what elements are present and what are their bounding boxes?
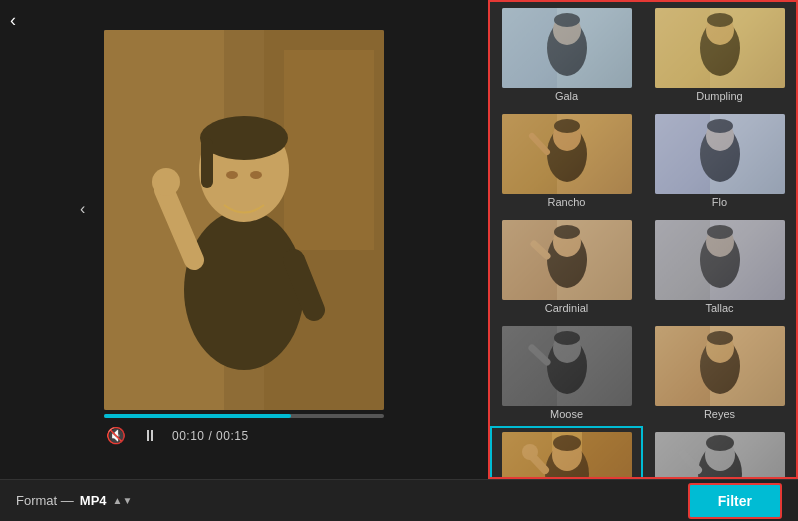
filter-thumb-tallac [655,220,785,300]
format-arrow[interactable]: ▲▼ [113,495,133,506]
filter-thumb-grayscale-svg [655,432,785,479]
pause-icon: ⏸ [142,427,158,444]
svg-rect-20 [502,8,632,88]
filter-thumb-reyes [655,326,785,406]
svg-rect-52 [655,220,785,300]
filter-thumb-sepia-svg [502,432,632,479]
filter-label-cardinal: Cardinial [545,302,588,314]
filter-item-grayscale[interactable]: Grayscale [643,426,796,479]
filter-label-tallac: Tallac [705,302,733,314]
svg-rect-74 [502,432,632,479]
controls-row: 🔇 ⏸ 00:10 / 00:15 [104,424,384,447]
svg-rect-46 [502,220,632,300]
filter-thumb-flo-svg [655,114,785,194]
filter-item-tallac[interactable]: Tallac [643,214,796,320]
time-separator: / [208,429,212,443]
time-display: 00:10 / 00:15 [172,429,249,443]
progress-bar-fill [104,414,291,418]
video-frame-svg [104,30,384,410]
filter-label-flo: Flo [712,196,727,208]
filter-thumb-cardinal-svg [502,220,632,300]
filter-thumb-grayscale [655,432,785,479]
filter-thumb-sepia [502,432,632,479]
filter-label-reyes: Reyes [704,408,735,420]
filter-label-dumpling: Dumpling [696,90,742,102]
filter-label-rancho: Rancho [548,196,586,208]
filter-item-moose[interactable]: Moose [490,320,643,426]
filter-thumb-rancho-svg [502,114,632,194]
filter-label-moose: Moose [550,408,583,420]
total-time: 00:15 [216,429,249,443]
bottom-bar: Format — MP4 ▲▼ Filter [0,479,798,521]
filter-label-gala: Gala [555,90,578,102]
filter-thumb-dumpling-svg [655,8,785,88]
mute-button[interactable]: 🔇 [104,424,128,447]
filter-thumb-rancho [502,114,632,194]
progress-bar[interactable] [104,414,384,418]
cursor-indicator: ‹ [80,200,85,218]
pause-button[interactable]: ⏸ [140,425,160,447]
filter-item-dumpling[interactable]: Dumpling [643,2,796,108]
format-value: MP4 [80,493,107,508]
current-time: 00:10 [172,429,205,443]
video-content [104,30,384,410]
filter-thumb-dumpling [655,8,785,88]
filter-thumb-reyes-svg [655,326,785,406]
svg-rect-33 [502,114,632,194]
svg-rect-59 [502,326,632,406]
filter-item-sepia[interactable]: Sepia [490,426,643,479]
filter-panel: Gala Dumpling [488,0,798,479]
svg-rect-14 [104,30,384,410]
video-player [104,30,384,410]
filter-item-gala[interactable]: Gala [490,2,643,108]
filter-thumb-gala-svg [502,8,632,88]
filter-thumb-moose-svg [502,326,632,406]
svg-rect-81 [655,432,785,479]
format-selector: Format — MP4 ▲▼ [16,493,132,508]
svg-rect-26 [655,8,785,88]
filter-thumb-tallac-svg [655,220,785,300]
video-section: ‹ ‹ [0,0,488,479]
svg-rect-39 [655,114,785,194]
filter-thumb-gala [502,8,632,88]
filter-button[interactable]: Filter [688,483,782,519]
filter-item-reyes[interactable]: Reyes [643,320,796,426]
filter-item-rancho[interactable]: Rancho [490,108,643,214]
format-label: Format — [16,493,74,508]
back-button[interactable]: ‹ [10,10,16,31]
main-area: ‹ ‹ [0,0,798,479]
svg-rect-65 [655,326,785,406]
mute-icon: 🔇 [106,427,126,444]
filter-thumb-cardinal [502,220,632,300]
filter-item-cardinal[interactable]: Cardinial [490,214,643,320]
filter-thumb-flo [655,114,785,194]
filter-item-flo[interactable]: Flo [643,108,796,214]
filter-thumb-moose [502,326,632,406]
